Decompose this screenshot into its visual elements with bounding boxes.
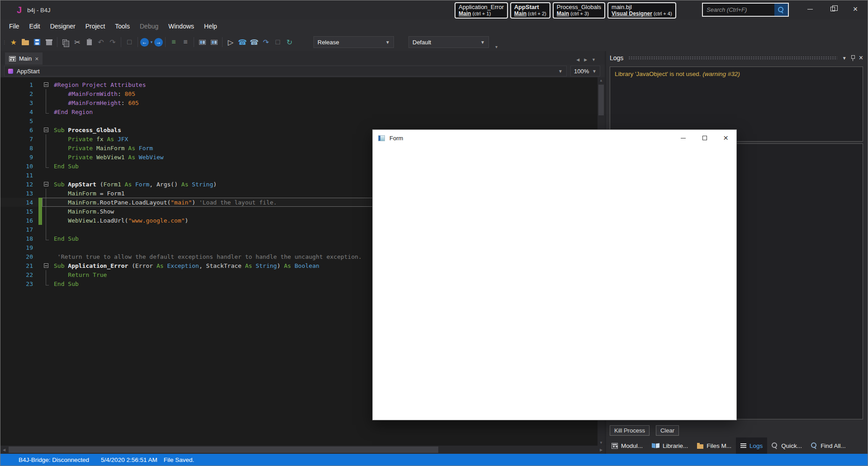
module-shortcut-main.bjl[interactable]: main.bjlVisual Designer (ctrl + 4) [607, 2, 676, 19]
line-number[interactable]: 15 [0, 208, 38, 215]
form-maximize-button[interactable] [694, 130, 715, 146]
code-line-2[interactable]: 2 #MainFormWidth: 805 [0, 89, 605, 98]
menu-designer[interactable]: Designer [45, 20, 81, 32]
clear-logs-button[interactable]: Clear [656, 425, 679, 436]
code-line-1[interactable]: 1#Region Project Attributes [0, 80, 605, 89]
tab-close-icon[interactable]: × [35, 56, 38, 62]
menu-help[interactable]: Help [199, 20, 222, 32]
line-number[interactable]: 17 [0, 226, 38, 233]
menu-windows[interactable]: Windows [163, 20, 199, 32]
fold-column[interactable] [42, 125, 50, 134]
build-configuration-select[interactable]: Release ▼ [313, 36, 394, 48]
warning-message[interactable]: Library 'JavaObject' is not used. (warni… [610, 67, 863, 81]
kill-process-button[interactable]: Kill Process [610, 425, 650, 436]
menu-debug[interactable]: Debug [135, 20, 163, 32]
resume-icon[interactable]: ↷ [260, 37, 272, 48]
run-icon[interactable]: ▷ [225, 37, 237, 48]
line-number[interactable]: 21 [0, 262, 38, 269]
panel-menu-icon[interactable]: ▼ [842, 56, 847, 61]
restore-button[interactable] [821, 0, 844, 18]
form-title-bar[interactable]: Form × [373, 130, 736, 146]
wireless-bridge-icon[interactable]: ☎ [248, 37, 260, 48]
bridge-icon[interactable]: ☎ [237, 37, 248, 48]
sub-selector[interactable]: AppStart ▼ [4, 66, 567, 76]
minimize-button[interactable] [799, 0, 821, 18]
fold-collapse-icon[interactable] [44, 263, 48, 268]
horizontal-scrollbar-thumb[interactable] [9, 447, 438, 453]
line-number[interactable]: 22 [0, 271, 38, 278]
running-app-form-window[interactable]: Form × [372, 129, 737, 420]
line-number[interactable]: 5 [0, 118, 38, 124]
panel-close-icon[interactable]: × [859, 55, 863, 61]
new-project-icon[interactable]: ★ [8, 37, 19, 48]
fold-column[interactable] [42, 80, 50, 89]
run-configuration-select[interactable]: Default ▼ [408, 36, 489, 48]
line-number[interactable]: 14 [0, 199, 38, 206]
paste-icon[interactable] [83, 37, 95, 48]
fold-column[interactable] [42, 261, 50, 270]
panel-tab-quick[interactable]: Quick... [767, 437, 806, 454]
tab-main[interactable]: Main × [5, 52, 43, 65]
line-number[interactable]: 20 [0, 253, 38, 260]
line-number[interactable]: 13 [0, 190, 38, 197]
line-number[interactable]: 23 [0, 281, 38, 287]
line-number[interactable]: 3 [0, 100, 38, 106]
scroll-tabs-right-icon[interactable]: ▶ [584, 57, 587, 62]
navigate-back-icon[interactable]: ← [140, 38, 149, 47]
fold-column[interactable] [42, 180, 50, 189]
code-line-5[interactable]: 5 [0, 116, 605, 125]
vertical-scrollbar-thumb[interactable] [598, 85, 604, 115]
menu-tools[interactable]: Tools [110, 20, 135, 32]
line-number[interactable]: 2 [0, 90, 38, 97]
search-button[interactable] [774, 4, 788, 16]
panel-tab-modul[interactable]: Modul... [607, 437, 647, 454]
scroll-left-icon[interactable]: ◀ [0, 446, 8, 454]
menu-edit[interactable]: Edit [24, 20, 45, 32]
zoom-selector[interactable]: 100% ▼ [570, 66, 600, 76]
open-project-icon[interactable] [19, 37, 31, 48]
copy-icon[interactable] [60, 37, 71, 48]
search-box[interactable]: Search (Ctrl+F) [702, 3, 789, 17]
compare-modules-icon[interactable] [208, 37, 220, 48]
code-line-3[interactable]: 3 #MainFormHeight: 605 [0, 98, 605, 107]
line-number[interactable]: 4 [0, 109, 38, 115]
fold-collapse-icon[interactable] [44, 128, 48, 132]
bookmark-icon[interactable]: □ [123, 37, 135, 48]
line-number[interactable]: 11 [0, 172, 38, 179]
line-number[interactable]: 8 [0, 145, 38, 152]
panel-tab-findall[interactable]: Find All... [806, 437, 850, 454]
line-number[interactable]: 1 [0, 81, 38, 88]
save-icon[interactable] [31, 37, 43, 48]
pause-icon[interactable]: □ [272, 37, 284, 48]
close-button[interactable]: × [844, 0, 867, 18]
scroll-right-icon[interactable]: ▶ [598, 446, 605, 454]
redo-icon[interactable]: ↷ [107, 37, 119, 48]
form-minimize-button[interactable] [673, 130, 694, 146]
cut-icon[interactable]: ✂ [71, 37, 83, 48]
module-shortcut-application_error[interactable]: Application_ErrorMain (ctrl + 1) [455, 2, 508, 19]
split-editor-icon[interactable] [196, 37, 208, 48]
module-shortcut-appstart[interactable]: AppStartMain (ctrl + 2) [510, 2, 550, 19]
rebuild-icon[interactable]: ↻ [284, 37, 295, 48]
scroll-tabs-left-icon[interactable]: ◀ [576, 57, 579, 62]
outline-icon[interactable]: ≡ [168, 37, 180, 48]
line-number[interactable]: 6 [0, 127, 38, 133]
menu-project[interactable]: Project [81, 20, 110, 32]
export-package-icon[interactable] [43, 37, 55, 48]
horizontal-scrollbar[interactable]: ◀ ▶ [0, 446, 605, 454]
menu-file[interactable]: File [4, 20, 24, 32]
undo-icon[interactable]: ↶ [95, 37, 107, 48]
module-shortcut-process_globals[interactable]: Process_GlobalsMain (ctrl + 3) [553, 2, 605, 19]
panel-grip[interactable] [628, 56, 837, 60]
fold-collapse-icon[interactable] [44, 82, 48, 87]
fold-collapse-icon[interactable] [44, 182, 48, 186]
line-number[interactable]: 18 [0, 235, 38, 242]
panel-tab-librarie[interactable]: Librarie... [647, 437, 693, 454]
toolbar-overflow-button[interactable]: ▾ [495, 44, 498, 51]
tab-list-icon[interactable]: ▼ [592, 57, 596, 62]
navigate-forward-icon[interactable]: → [154, 38, 163, 47]
scroll-up-icon[interactable]: ▲ [598, 78, 605, 82]
form-close-button[interactable]: × [715, 130, 736, 146]
line-number[interactable]: 9 [0, 154, 38, 161]
back-history-caret[interactable]: ▾ [149, 37, 154, 48]
